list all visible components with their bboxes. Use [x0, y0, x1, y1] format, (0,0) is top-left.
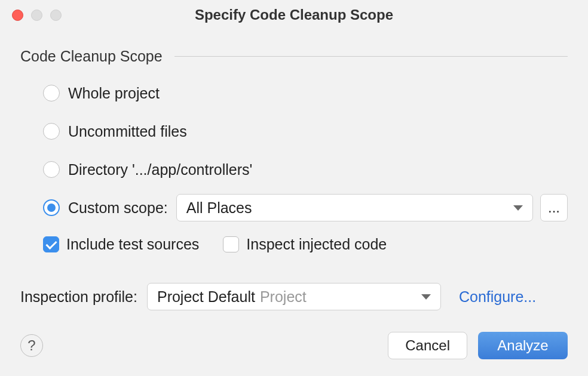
radio-label-directory: Directory '.../app/controllers': [68, 161, 252, 178]
custom-scope-value: All Places: [186, 199, 513, 217]
radio-whole-project[interactable]: [43, 85, 60, 101]
scope-browse-button[interactable]: ...: [540, 194, 568, 221]
checkbox-inspect-injected[interactable]: [223, 236, 239, 252]
radio-row-directory: Directory '.../app/controllers': [43, 159, 568, 180]
radio-row-uncommitted: Uncommitted files: [43, 121, 568, 141]
radio-label-custom-scope: Custom scope:: [68, 199, 168, 217]
dropdown-arrow-icon: [513, 205, 523, 211]
profile-select[interactable]: Project Default Project: [147, 283, 441, 310]
help-button[interactable]: ?: [20, 334, 43, 357]
dialog-window: Specify Code Cleanup Scope Code Cleanup …: [0, 0, 588, 376]
checkbox-label-include-test: Include test sources: [66, 236, 199, 253]
window-controls: [12, 10, 62, 21]
radio-row-custom-scope: Custom scope: All Places ...: [43, 198, 568, 218]
profile-row: Inspection profile: Project Default Proj…: [20, 283, 568, 310]
checkbox-item-inspect-injected: Inspect injected code: [223, 236, 387, 253]
group-header: Code Cleanup Scope: [20, 48, 568, 65]
radio-group: Whole project Uncommitted files Director…: [20, 83, 568, 218]
radio-label-uncommitted: Uncommitted files: [68, 123, 187, 140]
profile-value: Project Default: [157, 288, 255, 306]
configure-link[interactable]: Configure...: [459, 288, 536, 306]
checkbox-include-test[interactable]: [43, 236, 59, 252]
analyze-button[interactable]: Analyze: [478, 332, 568, 359]
group-divider: [174, 56, 568, 57]
checkbox-label-inspect-injected: Inspect injected code: [246, 236, 387, 253]
group-title: Code Cleanup Scope: [20, 48, 174, 65]
window-title: Specify Code Cleanup Scope: [12, 7, 576, 23]
minimize-window-button[interactable]: [31, 10, 42, 21]
checkbox-item-include-test: Include test sources: [43, 236, 199, 253]
radio-directory[interactable]: [43, 161, 60, 178]
profile-hint: Project: [260, 288, 421, 306]
profile-label: Inspection profile:: [20, 288, 137, 306]
radio-uncommitted[interactable]: [43, 123, 60, 140]
scope-group: Code Cleanup Scope Whole project Uncommi…: [20, 48, 568, 253]
cancel-button[interactable]: Cancel: [388, 332, 467, 359]
dialog-footer: ? Cancel Analyze: [20, 332, 568, 359]
dialog-content: Code Cleanup Scope Whole project Uncommi…: [0, 30, 588, 371]
radio-row-whole-project: Whole project: [43, 83, 568, 103]
dropdown-arrow-icon: [421, 294, 431, 300]
zoom-window-button[interactable]: [50, 10, 62, 21]
checkbox-row: Include test sources Inspect injected co…: [20, 236, 568, 253]
close-window-button[interactable]: [12, 10, 23, 21]
radio-label-whole-project: Whole project: [68, 85, 160, 102]
titlebar: Specify Code Cleanup Scope: [0, 0, 588, 30]
radio-custom-scope[interactable]: [43, 199, 60, 216]
custom-scope-select[interactable]: All Places: [176, 194, 533, 221]
